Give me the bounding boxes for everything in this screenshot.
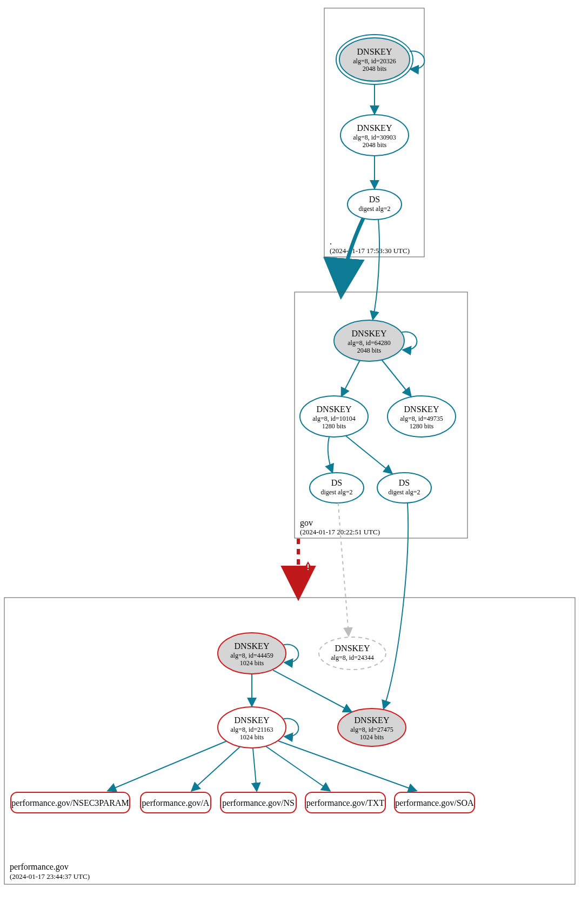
svg-text:digest alg=2: digest alg=2 (388, 488, 420, 496)
edge-perf-ksk-rev (273, 670, 351, 712)
node-gov-zsk-right: DNSKEY alg=8, id=49735 1280 bits (387, 396, 456, 437)
node-root-ds: DS digest alg=2 (348, 189, 402, 220)
svg-rect-32 (308, 564, 309, 568)
node-rr-ns: performance.gov/NS (220, 792, 296, 813)
node-perf-dashed: DNSKEY alg=8, id=24344 (319, 637, 386, 670)
svg-text:alg=8, id=49735: alg=8, id=49735 (400, 415, 443, 422)
node-perf-zsk: DNSKEY alg=8, id=21163 1024 bits (218, 707, 286, 748)
svg-point-39 (319, 637, 386, 670)
svg-text:DNSKEY: DNSKEY (357, 47, 392, 56)
edge-perf-zsk-soa (278, 741, 416, 791)
svg-text:DNSKEY: DNSKEY (317, 405, 352, 414)
svg-text:1280 bits: 1280 bits (322, 422, 346, 430)
svg-text:DNSKEY: DNSKEY (335, 644, 370, 653)
node-root-ksk: DNSKEY alg=8, id=20326 2048 bits (336, 35, 413, 84)
edge-gov-dsR-to-perf-rev (384, 503, 408, 708)
edge-gov-zskL-dsL (328, 437, 332, 472)
zone-gov: gov (2024-01-17 20:22:51 UTC) DNSKEY alg… (295, 292, 467, 538)
svg-text:alg=8, id=44459: alg=8, id=44459 (230, 652, 273, 659)
svg-text:performance.gov/A: performance.gov/A (142, 798, 210, 808)
svg-text:alg=8, id=21163: alg=8, id=21163 (230, 726, 273, 733)
zone-perf-ts: (2024-01-17 23:44:37 UTC) (10, 872, 90, 880)
node-rr-txt: performance.gov/TXT (305, 792, 385, 813)
zone-root: . (2024-01-17 17:53:30 UTC) DNSKEY alg=8… (324, 8, 424, 257)
svg-text:performance.gov/NSEC3PARAM: performance.gov/NSEC3PARAM (11, 798, 129, 808)
zone-perf-name: performance.gov (10, 862, 69, 872)
node-gov-ds-right: DS digest alg=2 (377, 473, 431, 503)
svg-text:1024 bits: 1024 bits (240, 733, 264, 741)
edge-gov-ksk-zskL (342, 360, 360, 396)
svg-text:alg=8, id=27475: alg=8, id=27475 (350, 726, 393, 733)
svg-text:alg=8, id=64280: alg=8, id=64280 (348, 339, 391, 347)
svg-point-26 (310, 473, 364, 503)
svg-text:DNSKEY: DNSKEY (235, 716, 270, 725)
svg-text:DNSKEY: DNSKEY (352, 329, 387, 338)
node-perf-rev: DNSKEY alg=8, id=27475 1024 bits (338, 708, 406, 746)
svg-text:2048 bits: 2048 bits (357, 347, 382, 354)
edge-perf-zsk-ns (253, 749, 257, 791)
svg-text:digest alg=2: digest alg=2 (320, 488, 352, 496)
svg-text:DS: DS (399, 478, 410, 487)
svg-text:1024 bits: 1024 bits (240, 659, 264, 667)
node-root-zsk: DNSKEY alg=8, id=30903 2048 bits (340, 115, 409, 156)
svg-text:performance.gov/NS: performance.gov/NS (222, 798, 295, 808)
edge-perf-zsk-txt (266, 746, 330, 791)
svg-text:DNSKEY: DNSKEY (404, 405, 439, 414)
svg-point-29 (377, 473, 431, 503)
svg-text:1024 bits: 1024 bits (360, 733, 384, 741)
node-rr-nsec3param: performance.gov/NSEC3PARAM (11, 792, 130, 813)
svg-point-10 (348, 189, 402, 220)
svg-text:DS: DS (369, 195, 380, 204)
svg-text:alg=8, id=20326: alg=8, id=20326 (353, 57, 396, 65)
svg-text:alg=8, id=24344: alg=8, id=24344 (331, 654, 374, 661)
svg-text:alg=8, id=30903: alg=8, id=30903 (353, 134, 396, 141)
svg-rect-33 (308, 569, 309, 570)
svg-text:performance.gov/SOA: performance.gov/SOA (395, 798, 474, 808)
svg-text:2048 bits: 2048 bits (363, 65, 387, 72)
node-perf-ksk: DNSKEY alg=8, id=44459 1024 bits (218, 633, 286, 674)
svg-text:digest alg=2: digest alg=2 (358, 205, 390, 213)
svg-text:performance.gov/TXT: performance.gov/TXT (306, 798, 385, 808)
node-rr-soa: performance.gov/SOA (395, 792, 475, 813)
zone-gov-name: gov (300, 518, 313, 528)
svg-rect-34 (4, 598, 575, 884)
edge-perf-zsk-nsec3 (108, 741, 227, 791)
svg-text:DNSKEY: DNSKEY (357, 123, 392, 133)
edge-gov-dsL-to-perf-dashed (338, 503, 349, 635)
svg-text:DS: DS (331, 478, 342, 487)
edge-gov-zskL-dsR (346, 436, 392, 473)
node-gov-ds-left: DS digest alg=2 (310, 473, 364, 503)
edge-gov-ksk-zskR (382, 360, 411, 396)
node-gov-zsk-left: DNSKEY alg=8, id=10104 1280 bits (300, 396, 368, 437)
zone-root-ts: (2024-01-17 17:53:30 UTC) (330, 247, 410, 255)
svg-text:DNSKEY: DNSKEY (355, 716, 390, 725)
svg-text:2048 bits: 2048 bits (363, 141, 387, 149)
svg-text:alg=8, id=10104: alg=8, id=10104 (312, 415, 356, 422)
zone-perf: performance.gov (2024-01-17 23:44:37 UTC… (4, 598, 575, 884)
node-rr-a: performance.gov/A (141, 792, 211, 813)
dnssec-graph: . (2024-01-17 17:53:30 UTC) DNSKEY alg=8… (0, 0, 588, 914)
node-gov-ksk: DNSKEY alg=8, id=64280 2048 bits (334, 320, 404, 361)
svg-text:DNSKEY: DNSKEY (235, 641, 270, 651)
warning-icon (303, 561, 313, 571)
edge-root-ds-to-gov-ksk (373, 220, 379, 319)
svg-text:1280 bits: 1280 bits (410, 422, 434, 430)
zone-root-name: . (330, 237, 332, 246)
